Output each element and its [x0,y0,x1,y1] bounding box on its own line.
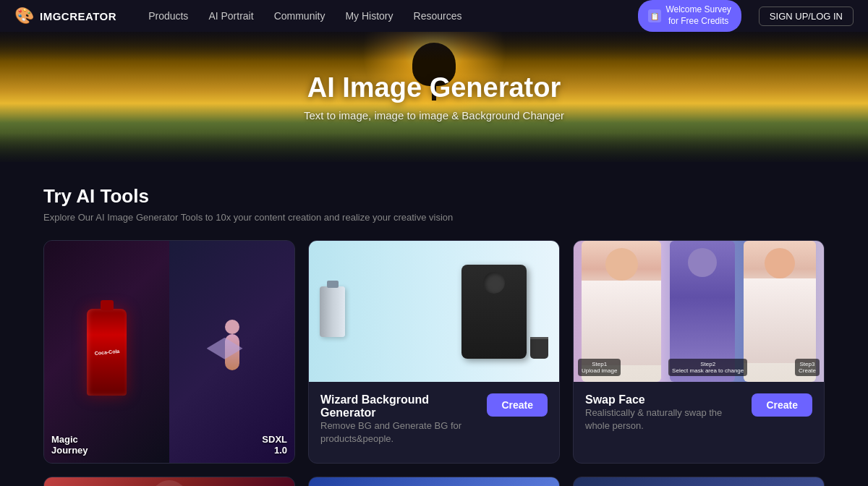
logo[interactable]: 🎨 IMGCREATOR [14,7,116,25]
navbar: 🎨 IMGCREATOR Products AI Portrait Commun… [0,0,868,32]
card-swap-face: Step1 Upload image Step2 Select mask are… [573,240,825,464]
hero-content: AI Image Generator Text to image, image … [304,72,564,122]
sf-steps: Step1 Upload image Step2 Select mask are… [574,359,824,376]
cards-grid-bottom [43,477,825,486]
hero-title: AI Image Generator [304,72,564,103]
tti-left-panel: Magic Journey [44,241,169,463]
section-title: Try AI Tools [43,185,825,208]
wbg-cup [530,337,548,359]
hero-subtitle: Text to image, image to image & Backgrou… [304,109,564,122]
partial-card-image-3 [574,477,824,486]
card-body-sf: Swap Face Realistically & naturally swap… [574,382,824,450]
wbg-left [320,286,345,337]
card-image-wbg [309,241,559,382]
create-button-sf[interactable]: Create [752,393,812,417]
card-title-wbg: Wizard Background Generator [320,393,487,419]
logo-text: IMGCREATOR [40,10,116,22]
bottom-figure-1 [151,480,187,486]
section-subtitle: Explore Our AI Image Generator Tools to … [43,212,825,223]
card-body-tti: Text To Image Generated image from detai… [44,463,294,464]
magic-journey-label: Magic Journey [51,434,88,456]
sf-step-3: Step3 Create [795,359,820,376]
partial-card-image-1 [44,477,294,486]
nav-item-products[interactable]: Products [140,6,197,26]
nav-item-my-history[interactable]: My History [336,6,401,26]
sf-face-1 [605,248,638,281]
nav-item-community[interactable]: Community [265,6,334,26]
wbg-right [461,265,548,359]
card-title-sf: Swap Face [585,393,730,406]
hero-section: AI Image Generator Text to image, image … [0,32,868,162]
create-button-wbg[interactable]: Create [487,393,548,417]
survey-label: Welcome Surveyfor Free Credits [665,4,731,27]
survey-button[interactable]: 📋 Welcome Surveyfor Free Credits [638,0,741,31]
sf-face-3 [765,248,795,278]
coca-cola-bottle [87,309,127,396]
nav-item-ai-portrait[interactable]: AI Portrait [200,6,262,26]
wbg-canister [320,286,345,337]
wbg-coffee-machine [461,265,527,359]
card-wizard-bg: Wizard Background Generator Remove BG an… [308,240,560,464]
partial-card-image-2 [309,477,559,486]
logo-icon: 🎨 [14,7,34,25]
sf-body-1 [582,281,661,365]
card-partial-1 [43,477,295,486]
sf-step-1: Step1 Upload image [578,359,621,376]
card-partial-3 [573,477,825,486]
card-desc-wbg: Remove BG and Generate BG for products&p… [320,419,465,446]
nav-item-resources[interactable]: Resources [405,6,471,26]
sf-body-3 [744,278,816,363]
sf-step-2: Step2 Select mask area to change [668,359,747,376]
card-image-tti: Magic Journey SDXL 1.0 [44,241,294,463]
tti-right-panel: SDXL 1.0 [169,241,294,463]
card-body-wbg: Wizard Background Generator Remove BG an… [309,382,559,463]
main-content: Try AI Tools Explore Our AI Image Genera… [0,162,868,486]
card-partial-2 [308,477,560,486]
signup-button[interactable]: SIGN UP/LOG IN [759,7,854,26]
card-title-row-wbg: Wizard Background Generator Remove BG an… [320,393,548,446]
sdxl-label: SDXL 1.0 [262,434,287,456]
card-image-sf: Step1 Upload image Step2 Select mask are… [574,241,824,382]
fairy-figure [207,312,258,392]
card-title-row-sf: Swap Face Realistically & naturally swap… [585,393,812,432]
survey-icon: 📋 [648,9,661,22]
card-text-to-image: Magic Journey SDXL 1.0 [43,240,295,464]
fairy-body [225,334,239,370]
sf-face-2 [688,248,717,277]
nav-links: Products AI Portrait Community My Histor… [140,6,621,26]
cards-grid: Magic Journey SDXL 1.0 [43,240,825,464]
card-desc-sf: Realistically & naturally swap the whole… [585,406,730,432]
